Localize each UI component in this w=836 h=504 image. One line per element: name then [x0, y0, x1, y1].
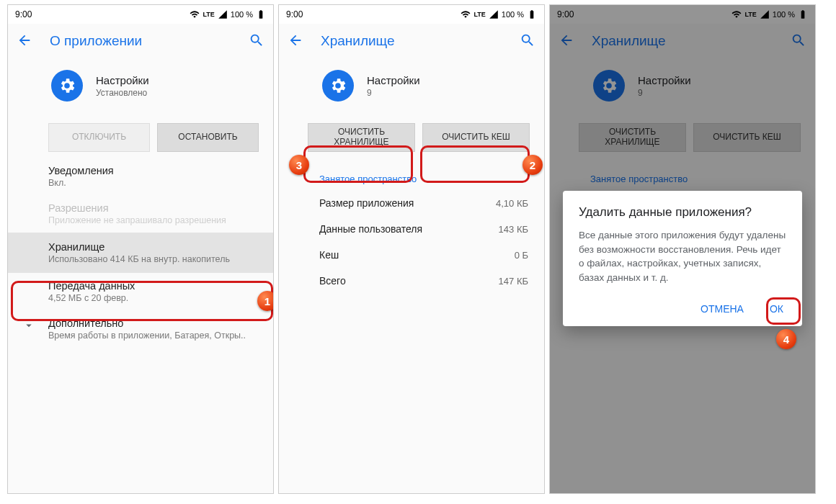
dialog-ok-button[interactable]: ОК — [767, 299, 786, 319]
data-usage-item[interactable]: Передача данных 4,52 МБ с 20 февр. — [8, 273, 273, 310]
status-time: 9:00 — [15, 9, 32, 19]
dialog-title: Удалить данные приложения? — [579, 205, 786, 220]
status-time: 9:00 — [286, 9, 303, 19]
user-data-label: Данные пользователя — [319, 223, 422, 235]
battery-pct: 100 % — [231, 10, 253, 19]
page-title: О приложении — [50, 33, 142, 49]
row-app-size: Размер приложения 4,10 КБ — [279, 190, 544, 216]
settings-app-icon — [51, 70, 83, 102]
dialog-body: Все данные этого приложения будут удален… — [579, 228, 786, 284]
status-bar: 9:00 LTE 100 % — [8, 5, 273, 24]
total-value: 147 КБ — [499, 276, 528, 287]
battery-icon — [256, 9, 266, 19]
row-user-data: Данные пользователя 143 КБ — [279, 216, 544, 242]
status-icons: LTE 100 % — [461, 9, 537, 19]
app-header: Настройки 9 — [279, 58, 544, 113]
advanced-item[interactable]: Дополнительно Время работы в приложении,… — [8, 310, 273, 348]
permissions-item: Разрешения Приложение не запрашивало раз… — [8, 195, 273, 233]
disable-button: ОТКЛЮЧИТЬ — [48, 123, 150, 152]
confirm-dialog: Удалить данные приложения? Все данные эт… — [563, 191, 802, 326]
clear-storage-button[interactable]: ОЧИСТИТЬ ХРАНИЛИЩЕ — [308, 123, 415, 152]
wifi-icon — [190, 9, 200, 19]
row-cache: Кеш 0 Б — [279, 242, 544, 268]
status-icons: LTE 100 % — [190, 9, 266, 19]
page-title: Хранилище — [321, 33, 395, 49]
app-version: 9 — [367, 88, 420, 98]
permissions-sub: Приложение не запрашивало разрешения — [48, 215, 259, 225]
search-icon[interactable] — [249, 32, 264, 50]
app-bar: О приложении — [8, 24, 273, 58]
app-size-value: 4,10 КБ — [496, 198, 528, 209]
screen-app-info: 9:00 LTE 100 % О приложении Настройки Ус… — [7, 4, 274, 494]
app-bar: Хранилище — [279, 24, 544, 58]
search-icon[interactable] — [520, 32, 535, 50]
clear-cache-button[interactable]: ОЧИСТИТЬ КЕШ — [422, 123, 530, 152]
section-header-space: Занятое пространство — [279, 158, 544, 190]
screen-storage: 9:00 LTE 100 % Хранилище Настройки 9 — [278, 4, 545, 494]
storage-sub: Использовано 414 КБ на внутр. накопитель — [48, 254, 259, 264]
battery-pct: 100 % — [502, 10, 524, 19]
notifications-title: Уведомления — [48, 165, 259, 176]
battery-icon — [527, 9, 537, 19]
app-header: Настройки Установлено — [8, 58, 273, 113]
advanced-title: Дополнительно — [48, 318, 246, 329]
signal-icon — [218, 9, 228, 19]
total-label: Всего — [319, 275, 346, 287]
storage-title: Хранилище — [48, 241, 259, 253]
settings-app-icon — [322, 70, 354, 102]
data-usage-sub: 4,52 МБ с 20 февр. — [48, 293, 259, 303]
app-name: Настройки — [367, 74, 420, 86]
row-total: Всего 147 КБ — [279, 268, 544, 294]
app-name: Настройки — [96, 74, 149, 86]
network-label: LTE — [203, 11, 214, 18]
chevron-down-icon — [21, 318, 37, 332]
status-bar: 9:00 LTE 100 % — [279, 5, 544, 24]
app-size-label: Размер приложения — [319, 197, 414, 209]
back-icon[interactable] — [288, 32, 303, 50]
back-icon[interactable] — [17, 32, 32, 50]
app-status: Установлено — [96, 88, 149, 98]
storage-item[interactable]: Хранилище Использовано 414 КБ на внутр. … — [8, 233, 273, 273]
wifi-icon — [461, 9, 471, 19]
dialog-cancel-button[interactable]: ОТМЕНА — [698, 299, 747, 319]
user-data-value: 143 КБ — [499, 224, 528, 235]
force-stop-button[interactable]: ОСТАНОВИТЬ — [157, 123, 259, 152]
cache-value: 0 Б — [515, 250, 528, 261]
notifications-item[interactable]: Уведомления Вкл. — [8, 158, 273, 195]
screen-storage-dialog: 9:00 LTE 100 % Хранилище Настройки 9 — [549, 4, 816, 494]
notifications-sub: Вкл. — [48, 178, 259, 188]
network-label: LTE — [473, 11, 485, 18]
advanced-sub: Время работы в приложении, Батарея, Откр… — [48, 330, 246, 341]
signal-icon — [489, 9, 499, 19]
permissions-title: Разрешения — [48, 202, 259, 214]
cache-label: Кеш — [319, 249, 339, 261]
data-usage-title: Передача данных — [48, 280, 259, 292]
